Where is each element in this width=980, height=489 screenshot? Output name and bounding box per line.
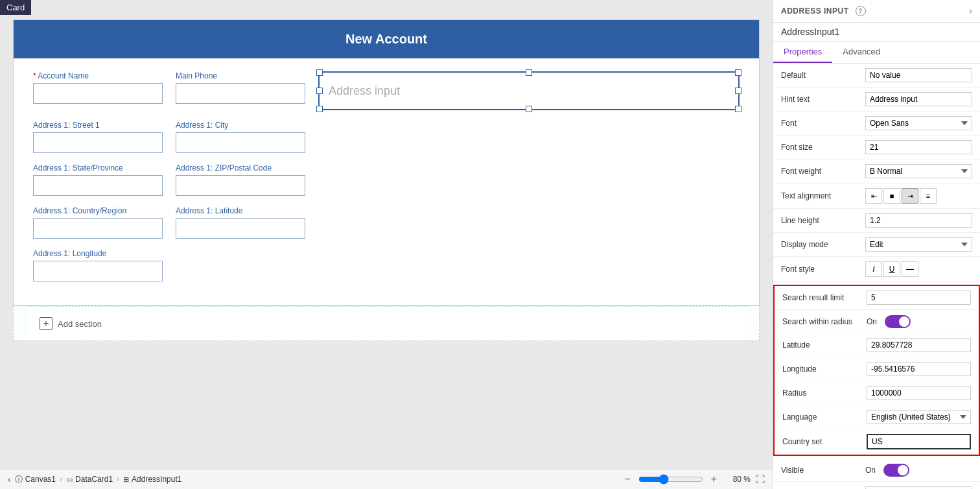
add-section-button[interactable]: + Add section [27,306,746,340]
field-zip: Address 1: ZIP/Postal Code [176,163,305,196]
prop-country-set: Country set [775,429,979,455]
select-language[interactable]: English (United States) [867,410,971,424]
field-longitude: Address 1: Longitude [33,249,163,281]
form-title: New Account [14,20,759,58]
zoom-minus-button[interactable]: − [622,473,633,485]
underline-button[interactable]: U [883,261,900,277]
form-card: New Account Account Name Main Phone [13,19,760,305]
field-label-country: Address 1: Country/Region [33,206,163,215]
select-display-mode[interactable]: Edit View Disabled [865,237,972,252]
input-padding-top[interactable] [865,486,972,489]
input-latitude[interactable] [176,218,305,239]
tab-properties[interactable]: Properties [773,42,832,63]
search-within-radius-on-label: On [867,317,877,326]
prop-label-language: Language [782,412,867,422]
panel-chevron-icon[interactable]: › [969,5,972,17]
prop-value-visible: On [865,464,972,477]
prop-value-font-weight: B Normal Bold Lighter [865,164,972,178]
handle-br[interactable] [735,106,741,112]
field-label-longitude: Address 1: Longitude [33,249,163,258]
handle-bl[interactable] [316,106,323,112]
select-font[interactable]: Open Sans [865,116,972,130]
prop-label-country-set: Country set [782,437,867,446]
input-country[interactable] [33,218,163,239]
field-city: Address 1: City [176,121,305,153]
breadcrumb-canvas1[interactable]: ⓘ Canvas1 [15,474,56,485]
input-search-result-limit[interactable] [867,291,971,305]
prop-search-result-limit: Search result limit [775,286,979,310]
input-line-height[interactable] [865,213,972,228]
input-account-name[interactable] [33,83,163,104]
breadcrumb-addressinput1[interactable]: ⊞ AddressInput1 [123,475,181,484]
canvas-area: Card New Account Account Name Main Phone [0,0,773,489]
input-country-set[interactable] [867,434,971,449]
prop-label-font-weight: Font weight [781,167,865,176]
field-latitude: Address 1: Latitude [176,206,305,239]
datacard-icon: ▭ [66,475,73,484]
handle-tr[interactable] [735,69,741,76]
align-justify-button[interactable]: ≡ [920,188,937,204]
input-default[interactable] [865,68,972,82]
zoom-plus-button[interactable]: + [708,473,719,485]
field-label-main-phone: Main Phone [176,71,305,80]
prop-value-text-alignment: ⇤ ■ ⇥ ≡ [865,188,972,204]
input-city[interactable] [176,132,305,153]
input-font-size[interactable] [865,140,972,154]
tab-advanced[interactable]: Advanced [832,42,891,63]
panel-title: ADDRESS INPUT [781,6,849,16]
input-longitude[interactable] [33,261,163,281]
input-state[interactable] [33,175,163,196]
card-label: Card [0,0,31,15]
breadcrumb-sep2: › [117,475,119,484]
input-zip[interactable] [176,175,305,196]
addressinput-icon: ⊞ [123,475,129,484]
visible-toggle[interactable] [883,464,909,477]
field-account-name: Account Name [33,71,163,110]
align-right-button[interactable]: ⇥ [902,188,918,204]
handle-tm[interactable] [526,69,532,76]
address-input-wrapper: Address input [318,71,740,110]
field-label-zip: Address 1: ZIP/Postal Code [176,163,305,173]
prop-value-language: English (United States) [867,410,971,424]
prop-visible: Visible On [773,459,980,482]
handle-ml[interactable] [316,88,323,94]
breadcrumb-datacard1[interactable]: ▭ DataCard1 [66,475,113,484]
font-style-buttons: I U — [865,261,972,277]
italic-button[interactable]: I [865,261,882,277]
input-street1[interactable] [33,132,163,153]
align-center-button[interactable]: ■ [883,188,900,204]
prop-text-alignment: Text alignment ⇤ ■ ⇥ ≡ [773,184,980,209]
info-icon[interactable]: ? [856,6,866,16]
field-main-phone: Main Phone [176,71,305,110]
prop-value-font-size [865,140,972,154]
search-within-radius-toggle[interactable] [885,315,911,328]
strikethrough-button[interactable]: — [902,261,918,277]
input-radius[interactable] [867,386,971,400]
input-latitude-prop[interactable] [867,338,971,352]
prop-value-country-set [867,434,971,449]
handle-mr[interactable] [735,88,741,94]
handle-tl[interactable] [316,69,323,76]
input-hint[interactable] [865,92,972,106]
expand-button[interactable]: ⛶ [756,474,765,484]
nav-arrow-left[interactable]: ‹ [8,474,11,484]
zoom-slider[interactable] [638,474,703,484]
prop-label-search-within-radius: Search within radius [782,317,867,326]
prop-value-font: Open Sans [865,116,972,130]
prop-value-font-style: I U — [865,261,972,277]
handle-bm[interactable] [526,106,532,112]
input-longitude-prop[interactable] [867,362,971,376]
field-street1: Address 1: Street 1 [33,121,163,153]
add-icon: + [40,317,52,330]
prop-label-display-mode: Display mode [781,240,865,249]
address-input-selected[interactable]: Address input [318,71,740,110]
prop-font-size: Font size [773,136,980,160]
input-main-phone[interactable] [176,83,305,104]
form-row-4: Address 1: Country/Region Address 1: Lat… [33,206,740,239]
special-section: Search result limit Search within radius… [773,285,980,456]
align-left-button[interactable]: ⇤ [865,188,882,204]
zoom-bar: ‹ ⓘ Canvas1 › ▭ DataCard1 › ⊞ AddressInp… [0,469,773,489]
select-font-weight[interactable]: B Normal Bold Lighter [865,164,972,178]
prop-label-visible: Visible [781,466,865,475]
addressinput-label: AddressInput1 [132,475,181,484]
